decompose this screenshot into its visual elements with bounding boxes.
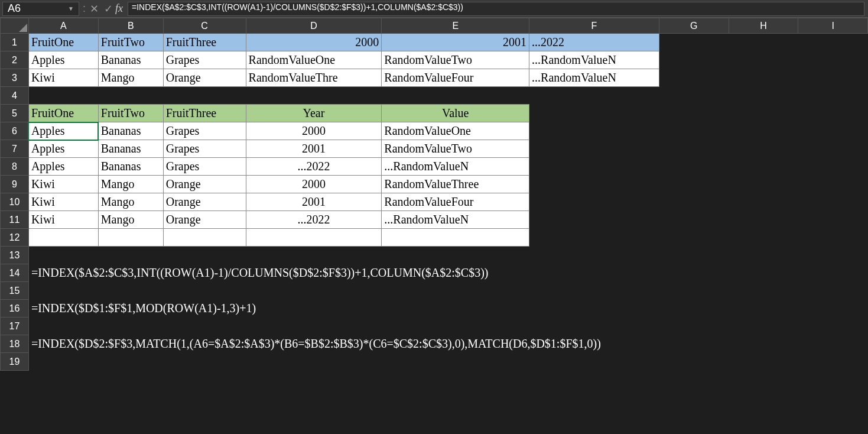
cell-E7[interactable]: RandomValueTwo xyxy=(382,140,529,158)
cell-I9[interactable] xyxy=(798,176,868,193)
cell-H3[interactable] xyxy=(729,69,798,87)
row-header-5[interactable]: 5 xyxy=(1,105,29,122)
cell-row15[interactable] xyxy=(28,282,867,300)
row-header-9[interactable]: 9 xyxy=(1,176,29,193)
row-header-19[interactable]: 19 xyxy=(1,353,29,371)
cell-I2[interactable] xyxy=(798,51,868,69)
cell-C10[interactable]: Orange xyxy=(163,193,246,211)
cell-row19[interactable] xyxy=(28,353,867,371)
cell-F1[interactable]: ...2022 xyxy=(529,34,659,51)
cell-G1[interactable] xyxy=(659,34,729,51)
row-header-6[interactable]: 6 xyxy=(1,122,29,140)
col-header-C[interactable]: C xyxy=(163,18,246,34)
cell-F5[interactable] xyxy=(529,105,659,122)
row-header-15[interactable]: 15 xyxy=(1,282,29,300)
row-header-7[interactable]: 7 xyxy=(1,140,29,158)
cell-C7[interactable]: Grapes xyxy=(163,140,246,158)
cell-E5[interactable]: Value xyxy=(382,105,529,122)
cell-I3[interactable] xyxy=(798,69,868,87)
row-header-16[interactable]: 16 xyxy=(1,300,29,318)
cell-A8[interactable]: Apples xyxy=(28,158,98,176)
cell-D8[interactable]: ...2022 xyxy=(246,158,382,176)
cell-I8[interactable] xyxy=(798,158,868,176)
cell-I11[interactable] xyxy=(798,211,868,229)
cell-H8[interactable] xyxy=(729,158,798,176)
cell-C9[interactable]: Orange xyxy=(163,176,246,193)
cell-D5[interactable]: Year xyxy=(246,105,382,122)
col-header-E[interactable]: E xyxy=(382,18,529,34)
cell-F2[interactable]: ...RandomValueN xyxy=(529,51,659,69)
cell-H6[interactable] xyxy=(729,122,798,140)
cell-D12[interactable] xyxy=(246,229,382,247)
cell-G10[interactable] xyxy=(659,193,729,211)
cell-E6[interactable]: RandomValueOne xyxy=(382,122,529,140)
cell-A10[interactable]: Kiwi xyxy=(28,193,98,211)
cancel-icon[interactable]: ✕ xyxy=(87,2,101,15)
cell-F12[interactable] xyxy=(529,229,659,247)
cell-A6[interactable]: Apples xyxy=(28,122,98,140)
cell-D10[interactable]: 2001 xyxy=(246,193,382,211)
cell-F10[interactable] xyxy=(529,193,659,211)
cell-G2[interactable] xyxy=(659,51,729,69)
cell-E11[interactable]: ...RandomValueN xyxy=(382,211,529,229)
row-header-12[interactable]: 12 xyxy=(1,229,29,247)
cell-F7[interactable] xyxy=(529,140,659,158)
cell-G8[interactable] xyxy=(659,158,729,176)
cell-B2[interactable]: Bananas xyxy=(98,51,163,69)
cell-E10[interactable]: RandomValueFour xyxy=(382,193,529,211)
cell-D3[interactable]: RandomValueThre xyxy=(246,69,382,87)
cell-I5[interactable] xyxy=(798,105,868,122)
row-header-8[interactable]: 8 xyxy=(1,158,29,176)
cell-E3[interactable]: RandomValueFour xyxy=(382,69,529,87)
cell-F3[interactable]: ...RandomValueN xyxy=(529,69,659,87)
cell-H2[interactable] xyxy=(729,51,798,69)
cell-D1[interactable]: 2000 xyxy=(246,34,382,51)
cell-E9[interactable]: RandomValueThree xyxy=(382,176,529,193)
cell-G7[interactable] xyxy=(659,140,729,158)
cell-A16[interactable]: =INDEX($D$1:$F$1,MOD(ROW(A1)-1,3)+1) xyxy=(28,300,867,318)
cell-A7[interactable]: Apples xyxy=(28,140,98,158)
cell-E2[interactable]: RandomValueTwo xyxy=(382,51,529,69)
cell-G5[interactable] xyxy=(659,105,729,122)
cell-C3[interactable]: Orange xyxy=(163,69,246,87)
cell-A9[interactable]: Kiwi xyxy=(28,176,98,193)
row-header-10[interactable]: 10 xyxy=(1,193,29,211)
cell-D9[interactable]: 2000 xyxy=(246,176,382,193)
select-all-corner[interactable] xyxy=(1,18,29,34)
col-header-F[interactable]: F xyxy=(529,18,659,34)
cell-A5[interactable]: FruitOne xyxy=(28,105,98,122)
cell-H10[interactable] xyxy=(729,193,798,211)
cell-B10[interactable]: Mango xyxy=(98,193,163,211)
cell-A11[interactable]: Kiwi xyxy=(28,211,98,229)
row-header-17[interactable]: 17 xyxy=(1,318,29,335)
row-header-11[interactable]: 11 xyxy=(1,211,29,229)
cell-I12[interactable] xyxy=(798,229,868,247)
row-header-2[interactable]: 2 xyxy=(1,51,29,69)
cell-row4[interactable] xyxy=(28,87,867,105)
cell-F9[interactable] xyxy=(529,176,659,193)
cell-C2[interactable]: Grapes xyxy=(163,51,246,69)
row-header-13[interactable]: 13 xyxy=(1,247,29,264)
cell-D6[interactable]: 2000 xyxy=(246,122,382,140)
cell-G6[interactable] xyxy=(659,122,729,140)
cell-B11[interactable]: Mango xyxy=(98,211,163,229)
row-header-1[interactable]: 1 xyxy=(1,34,29,51)
cell-I6[interactable] xyxy=(798,122,868,140)
cell-A1[interactable]: FruitOne xyxy=(28,34,98,51)
cell-E1[interactable]: 2001 xyxy=(382,34,529,51)
cell-I7[interactable] xyxy=(798,140,868,158)
cell-H7[interactable] xyxy=(729,140,798,158)
cell-B3[interactable]: Mango xyxy=(98,69,163,87)
cell-B6[interactable]: Bananas xyxy=(98,122,163,140)
cell-row13[interactable] xyxy=(28,247,867,264)
row-header-3[interactable]: 3 xyxy=(1,69,29,87)
cell-I10[interactable] xyxy=(798,193,868,211)
cell-G3[interactable] xyxy=(659,69,729,87)
cell-B12[interactable] xyxy=(98,229,163,247)
cell-G9[interactable] xyxy=(659,176,729,193)
cell-C12[interactable] xyxy=(163,229,246,247)
cell-H5[interactable] xyxy=(729,105,798,122)
cell-B5[interactable]: FruitTwo xyxy=(98,105,163,122)
cell-A2[interactable]: Apples xyxy=(28,51,98,69)
cell-D11[interactable]: ...2022 xyxy=(246,211,382,229)
